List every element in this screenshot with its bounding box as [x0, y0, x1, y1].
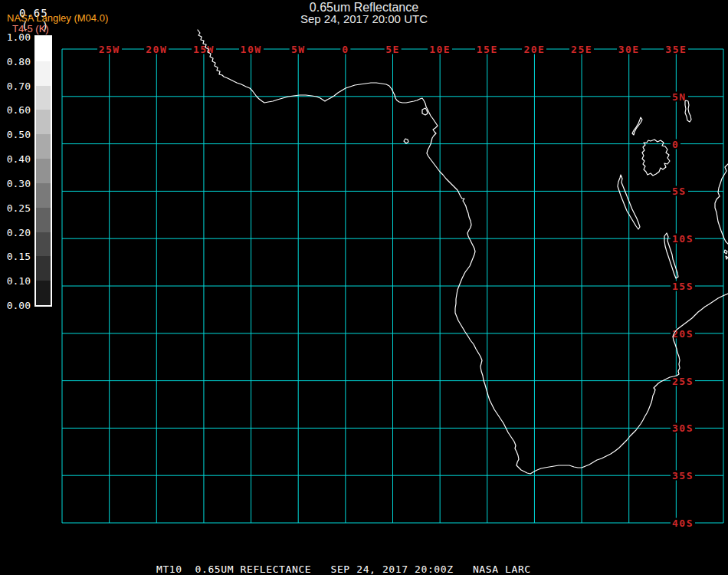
colorbar-tick-label: 0.70: [0, 80, 31, 90]
colorbar-tick-label: 0.10: [0, 276, 31, 286]
longitude-label: 20E: [522, 44, 546, 54]
latitude-label: 40S: [671, 518, 695, 528]
colorbar-segment: [36, 256, 51, 281]
colorbar-tick-label: 0.60: [0, 105, 31, 115]
latitude-label: 30S: [671, 423, 695, 433]
longitude-label: 10E: [428, 44, 452, 54]
latitude-label: 10S: [671, 234, 695, 244]
colorbar-segment: [36, 110, 51, 134]
colorbar-segment: [36, 86, 51, 110]
colorbar-segment: [36, 208, 51, 232]
longitude-label: 5W: [290, 44, 307, 54]
grid-label-layer: 25W20W15W10W5W05E10E15E20E25E30E35E5N05S…: [0, 0, 728, 575]
latitude-label: 25S: [671, 376, 695, 386]
latitude-label: 20S: [671, 328, 695, 338]
timestamp-title: Sep 24, 2017 20:00 UTC: [0, 13, 728, 25]
latitude-label: 5S: [671, 186, 688, 196]
reflectance-colorbar: [34, 35, 52, 307]
title-block: 0.65um Reflectance Sep 24, 2017 20:00 UT…: [0, 2, 728, 25]
latitude-label: 15S: [671, 281, 695, 291]
longitude-label: 10W: [239, 44, 264, 54]
colorbar-segment: [36, 232, 51, 257]
status-line: MT10 0.65UM REFLECTANCE SEP 24, 2017 20:…: [156, 564, 531, 575]
colorbar-tick-label: 0.40: [0, 154, 31, 164]
longitude-label: 25E: [569, 44, 594, 54]
longitude-label: 0: [340, 44, 350, 54]
colorbar-tick-label: 0.50: [0, 130, 31, 140]
product-title: 0.65um Reflectance: [0, 2, 728, 13]
longitude-label: 35E: [664, 44, 688, 54]
longitude-label: 5E: [384, 44, 402, 54]
colorbar-tick-label: 0.30: [0, 178, 31, 188]
latitude-label: 5N: [671, 91, 688, 101]
colorbar-tick-label: 0.20: [0, 227, 31, 237]
colorbar-segment: [36, 183, 51, 208]
longitude-label: 25W: [97, 44, 122, 54]
colorbar-segment: [36, 159, 51, 183]
longitude-label: 15W: [192, 44, 216, 54]
longitude-label: 30E: [617, 44, 641, 54]
channel-label: T4-5 (K): [12, 23, 49, 34]
colorbar-tick-label: 0.25: [0, 202, 31, 212]
colorbar-tick-label: 0.80: [0, 56, 31, 66]
longitude-label: 15E: [475, 44, 500, 54]
colorbar-segment: [36, 61, 51, 86]
colorbar-segment: [36, 37, 51, 61]
longitude-label: 20W: [144, 44, 169, 54]
latitude-label: 35S: [671, 471, 695, 481]
colorbar-tick-label: 0.15: [0, 251, 31, 261]
source-label: NASA Langley (M04.0): [7, 12, 108, 24]
latitude-label: 0: [671, 139, 680, 149]
colorbar-tick-label: 0.00: [0, 301, 31, 310]
colorbar-segment: [36, 134, 51, 159]
colorbar-segment: [36, 281, 51, 305]
satellite-image-viewer: 25W20W15W10W5W05E10E15E20E25E30E35E5N05S…: [0, 0, 728, 575]
